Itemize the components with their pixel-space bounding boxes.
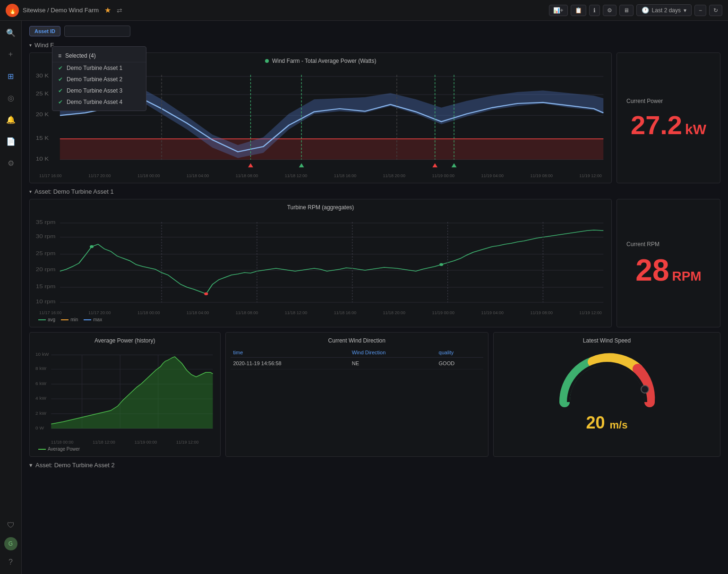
- wind-speed-panel: Latest Wind Speed 20: [493, 332, 720, 457]
- avg-power-title: Average Power (history): [34, 337, 215, 344]
- refresh-button[interactable]: ↻: [709, 5, 722, 16]
- avg-power-x-labels: 11/18 00:00 11/18 12:00 11/19 00:00 11/1…: [34, 439, 215, 445]
- dropdown-item-3[interactable]: ✔ Demo Turbine Asset 3: [52, 85, 146, 96]
- asset1-section-header[interactable]: ▾ Asset: Demo Turbine Asset 1: [29, 188, 720, 195]
- svg-text:25 rpm: 25 rpm: [36, 251, 56, 257]
- legend-max: max: [84, 317, 102, 322]
- chevron-icon: ▾: [29, 43, 32, 48]
- rpm-panel-row: Turbine RPM (aggregates) 35 rpm 30 rpm 2…: [29, 199, 720, 327]
- chevron-down-icon: ▾: [684, 7, 686, 14]
- green-dot-icon: [265, 59, 269, 63]
- rpm-chart-panel: Turbine RPM (aggregates) 35 rpm 30 rpm 2…: [29, 199, 612, 327]
- avatar[interactable]: G: [4, 537, 17, 550]
- display-button[interactable]: 🖥: [619, 5, 634, 16]
- avg-power-panel: Average Power (history) 10 kW 8 kW 6 kW …: [29, 332, 221, 457]
- x-axis-labels: 11/17 16:00 11/17 20:00 11/18 00:00 11/1…: [34, 172, 607, 178]
- current-power-label: Current Power: [626, 98, 711, 104]
- asset2-section-header[interactable]: ▾ Asset: Demo Turbine Asset 2: [29, 462, 720, 469]
- svg-text:4 kW: 4 kW: [35, 395, 47, 401]
- sidebar-item-file[interactable]: 📄: [4, 134, 18, 148]
- sidebar-item-search[interactable]: 🔍: [4, 26, 18, 40]
- top-nav: 🔥 Sitewise / Demo Wind Farm ★ ⇄ 📊+ 📋 ℹ ⚙…: [0, 0, 728, 21]
- legend-max-label: max: [93, 317, 102, 322]
- time-picker[interactable]: 🕐 Last 2 days ▾: [636, 4, 692, 16]
- add-panel-button[interactable]: 📊+: [549, 5, 568, 16]
- row-quality: GOOD: [436, 358, 483, 369]
- star-icon[interactable]: ★: [104, 6, 111, 15]
- sidebar-item-help[interactable]: ?: [4, 555, 18, 569]
- sidebar-item-add[interactable]: +: [4, 47, 18, 61]
- current-power-value: 27.2: [631, 112, 682, 138]
- legend-avg-power: Average Power: [38, 446, 80, 452]
- sidebar-item-compass[interactable]: ◎: [4, 91, 18, 105]
- svg-text:25 K: 25 K: [36, 91, 50, 97]
- top-nav-right: 📊+ 📋 ℹ ⚙ 🖥 🕐 Last 2 days ▾ − ↻: [549, 4, 722, 16]
- svg-text:20 rpm: 20 rpm: [36, 267, 56, 273]
- svg-text:15 rpm: 15 rpm: [36, 284, 56, 290]
- wind-speed-title: Latest Wind Speed: [583, 337, 631, 344]
- settings-button[interactable]: ⚙: [603, 5, 617, 16]
- svg-marker-18: [248, 163, 253, 168]
- filter-bar: Asset ID: [29, 26, 720, 37]
- svg-text:15 K: 15 K: [36, 135, 50, 141]
- info-button[interactable]: ℹ: [589, 5, 600, 16]
- svg-marker-20: [432, 163, 437, 168]
- current-rpm-unit: RPM: [672, 269, 701, 284]
- share-icon[interactable]: ⇄: [117, 7, 122, 14]
- wind-speed-number: 20: [586, 413, 605, 432]
- current-rpm-label: Current RPM: [626, 241, 711, 248]
- dropdown-item-2[interactable]: ✔ Demo Turbine Asset 2: [52, 74, 146, 85]
- wind-direction-table: time Wind Direction quality 2020-11-19 1…: [231, 348, 484, 369]
- export-button[interactable]: 📋: [571, 5, 586, 16]
- svg-point-36: [439, 263, 443, 266]
- wind-speed-value: 20 m/s: [586, 413, 628, 433]
- app-logo: 🔥: [6, 4, 19, 17]
- asset2-section-title: Asset: Demo Turbine Asset 2: [35, 462, 115, 469]
- dropdown-item-label-2: Demo Turbine Asset 2: [67, 76, 122, 83]
- sidebar-item-shield[interactable]: 🛡: [4, 518, 18, 532]
- wind-speed-unit: m/s: [610, 419, 628, 431]
- main-content: Asset ID ▾ Wind F... ≡ Selected (4) ✔ De…: [22, 21, 728, 574]
- avg-power-legend: Average Power: [34, 446, 215, 452]
- row-direction: NE: [349, 358, 436, 369]
- sidebar-item-bell[interactable]: 🔔: [4, 112, 18, 127]
- dropdown-item-label-1: Demo Turbine Asset 1: [67, 65, 122, 71]
- dropdown-item-1[interactable]: ✔ Demo Turbine Asset 1: [52, 62, 146, 74]
- svg-text:35 rpm: 35 rpm: [36, 220, 56, 225]
- svg-point-57: [641, 386, 649, 393]
- svg-text:20 K: 20 K: [36, 112, 50, 118]
- bottom-row: Average Power (history) 10 kW 8 kW 6 kW …: [29, 332, 720, 457]
- svg-text:10 kW: 10 kW: [35, 351, 49, 357]
- dropdown-lines-icon: ≡: [58, 52, 61, 59]
- legend-avg-label: avg: [48, 317, 55, 322]
- asset2-chevron-icon: ▾: [29, 462, 33, 469]
- current-rpm-panel: Current RPM 28 RPM: [617, 199, 720, 327]
- clock-icon: 🕐: [642, 7, 649, 14]
- svg-text:0 W: 0 W: [35, 425, 44, 430]
- asset-id-input[interactable]: [64, 26, 130, 37]
- dropdown-header: ≡ Selected (4): [52, 50, 146, 62]
- svg-point-34: [90, 245, 94, 248]
- sidebar-item-dashboard[interactable]: ⊞: [4, 69, 18, 83]
- breadcrumb-text: Sitewise / Demo Wind Farm: [23, 7, 99, 14]
- legend-avg-power-line: [38, 449, 46, 450]
- sidebar-item-settings[interactable]: ⚙: [4, 156, 18, 170]
- svg-text:10 K: 10 K: [36, 156, 50, 162]
- check-icon-1: ✔: [58, 65, 63, 71]
- selected-count-label: Selected (4): [65, 52, 96, 59]
- dropdown-item-4[interactable]: ✔ Demo Turbine Asset 4: [52, 96, 146, 108]
- svg-text:30 K: 30 K: [36, 73, 50, 79]
- rpm-chart-title: Turbine RPM (aggregates): [34, 204, 607, 211]
- asset1-section-title: Asset: Demo Turbine Asset 1: [34, 188, 114, 195]
- current-power-panel: Current Power 27.2 kW: [617, 52, 720, 183]
- svg-point-35: [204, 292, 208, 295]
- svg-rect-11: [60, 139, 603, 160]
- legend-avg-line: [38, 319, 46, 320]
- svg-text:8 kW: 8 kW: [35, 366, 47, 371]
- wind-direction-panel: Current Wind Direction time Wind Directi…: [225, 332, 489, 457]
- wind-speed-gauge-svg: [555, 348, 659, 409]
- row-time: 2020-11-19 14:56:58: [231, 358, 349, 369]
- col-wind-direction: Wind Direction: [349, 348, 436, 358]
- current-rpm-value: 28: [635, 255, 669, 285]
- zoom-out-button[interactable]: −: [694, 5, 706, 16]
